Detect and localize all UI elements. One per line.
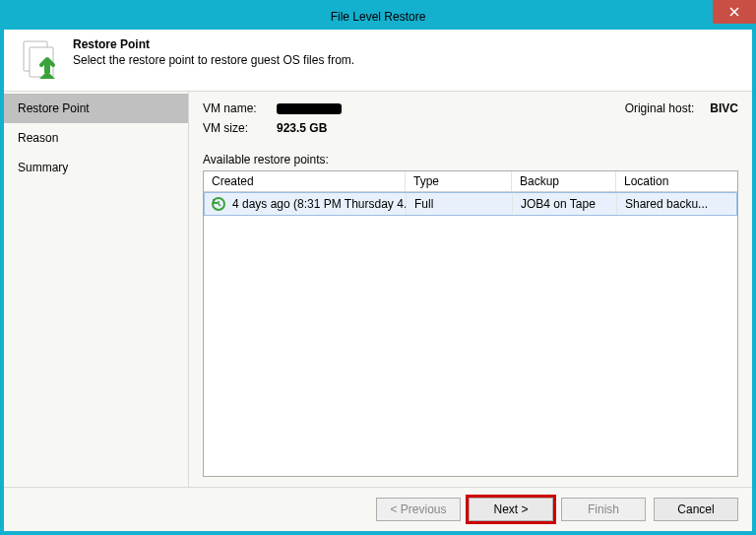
col-backup[interactable]: Backup	[512, 171, 616, 191]
close-icon	[729, 7, 739, 17]
next-button[interactable]: Next >	[469, 498, 553, 521]
cell-type: Full	[407, 194, 513, 214]
col-created[interactable]: Created	[204, 171, 406, 191]
wizard-footer: < Previous Next > Finish Cancel	[4, 488, 752, 531]
vm-size-row: VM size: 923.5 GB	[203, 121, 738, 135]
nav-step-summary[interactable]: Summary	[4, 153, 188, 182]
available-restore-points-label: Available restore points:	[203, 153, 738, 167]
finish-button: Finish	[561, 498, 646, 521]
previous-button: < Previous	[376, 498, 461, 521]
wizard-nav: Restore Point Reason Summary	[4, 92, 189, 487]
vm-name-label: VM name:	[203, 101, 277, 115]
original-host-value: BIVC	[710, 101, 738, 115]
close-button[interactable]	[713, 0, 756, 24]
cell-backup: JOB4 on Tape	[513, 194, 617, 214]
vm-name-value	[277, 101, 342, 115]
restore-points-grid: Created Type Backup Location	[203, 170, 738, 477]
vm-name-row: VM name: Original host: BIVC	[203, 101, 738, 115]
wizard-body: Restore Point Reason Summary VM name: Or…	[4, 91, 752, 488]
col-location[interactable]: Location	[616, 171, 720, 191]
wizard-header: Restore Point Select the restore point t…	[4, 30, 752, 91]
restore-point-icon	[18, 37, 61, 81]
cell-location: Shared backu...	[617, 194, 736, 214]
wizard-window: File Level Restore Restore Point Select …	[0, 0, 756, 535]
wizard-content: VM name: Original host: BIVC VM size: 92…	[189, 92, 752, 487]
window-title: File Level Restore	[331, 10, 426, 24]
cell-created: 4 days ago (8:31 PM Thursday 4...	[232, 197, 407, 211]
header-subtitle: Select the restore point to restore gues…	[73, 53, 738, 67]
redacted-value	[277, 103, 342, 114]
grid-header: Created Type Backup Location	[204, 171, 737, 192]
nav-step-reason[interactable]: Reason	[4, 123, 188, 153]
grid-body[interactable]: 4 days ago (8:31 PM Thursday 4... Full J…	[204, 192, 737, 476]
original-host-label: Original host:	[625, 101, 695, 115]
table-row[interactable]: 4 days ago (8:31 PM Thursday 4... Full J…	[204, 192, 737, 216]
nav-step-restore-point[interactable]: Restore Point	[4, 94, 188, 123]
header-title: Restore Point	[73, 37, 738, 51]
vm-size-label: VM size:	[203, 121, 277, 135]
svg-rect-2	[44, 59, 50, 73]
cancel-button[interactable]: Cancel	[654, 498, 738, 521]
col-type[interactable]: Type	[406, 171, 512, 191]
col-spacer	[720, 171, 737, 191]
vm-size-value: 923.5 GB	[277, 121, 327, 135]
restore-point-row-icon	[211, 196, 226, 212]
titlebar: File Level Restore	[4, 4, 752, 30]
